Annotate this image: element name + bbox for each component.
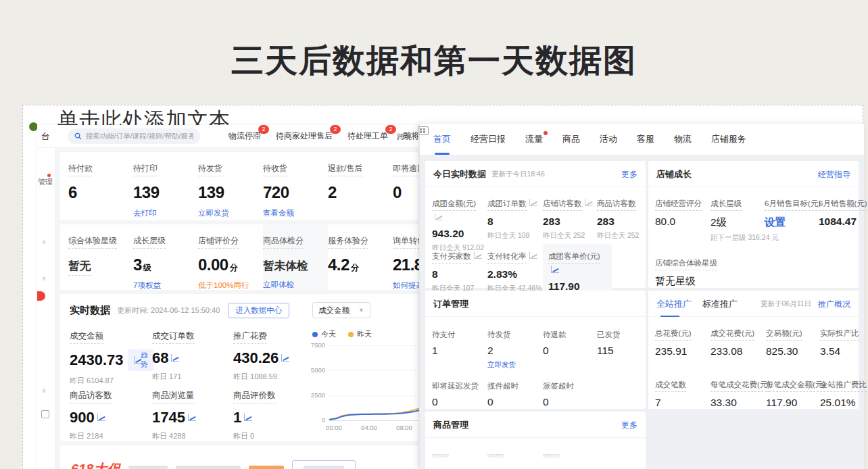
trend-badge[interactable]: 趋势 xyxy=(128,349,154,371)
tab-traffic[interactable]: 流量 xyxy=(525,133,543,145)
nav-item-tickets[interactable]: 待处理工单2 xyxy=(347,130,388,142)
promo-text-ghost xyxy=(176,466,241,469)
left-dashboard: 台 搜索功能/订单/课程/规则/帮助/服务 物流停滞2 待商家处理售后2 待处理… xyxy=(37,125,424,469)
metric-group-orders: 成团订单数 8 昨日全天 108 xyxy=(487,197,541,241)
tab-activity[interactable]: 活动 xyxy=(600,133,617,145)
search-placeholder: 搜索功能/订单/课程/规则/帮助/服务 xyxy=(86,132,193,141)
ship-now-link[interactable]: 立即发货 xyxy=(487,360,516,368)
chevron-up-icon[interactable]: ∧ xyxy=(42,239,47,245)
tab-logistics[interactable]: 物流 xyxy=(674,133,692,145)
crossborder-label[interactable]: 跨境 xyxy=(397,132,412,142)
clipped-label: ░░░ xyxy=(487,454,516,458)
check-now-link[interactable]: 立即体检 xyxy=(263,280,294,289)
todo-refund: 退款/售后 2 xyxy=(328,162,393,218)
view-amount-link[interactable]: 查看金额 xyxy=(263,209,294,217)
tab-shop-services[interactable]: 店铺服务 xyxy=(711,133,746,145)
tab-standard-promo[interactable]: 标准推广 xyxy=(702,298,738,310)
page-title: 三天后数据和第一天数据图 xyxy=(0,39,868,82)
trend-icon[interactable] xyxy=(171,355,178,362)
y-tick: 5000 xyxy=(308,366,325,374)
promo-618-label: 618大促 xyxy=(71,460,120,469)
set-target-link[interactable]: 设置 xyxy=(765,216,786,228)
trend-icon[interactable] xyxy=(529,252,537,259)
metric-reviews: 商品评价数 1 昨日 0 xyxy=(233,389,313,441)
badge: 2 xyxy=(258,125,269,134)
ship-now-link[interactable]: 立即发货 xyxy=(198,209,229,217)
promotion-card: 全站推广 标准推广 更新于06月11日 推广概况 总花费(元) 235.91 成… xyxy=(648,291,859,409)
legend-dot-today xyxy=(312,332,318,337)
card-title: 商品管理 xyxy=(433,419,468,431)
sidebar-admin-label[interactable]: 管理 xyxy=(38,177,53,187)
go-print-link[interactable]: 去打印 xyxy=(133,209,157,217)
business-guide-link[interactable]: 经营指导 xyxy=(818,169,850,180)
promo-banner[interactable]: 618大促 xyxy=(60,445,418,469)
metric-star-level: 店铺综合体验星级 暂无星级 xyxy=(655,256,790,288)
today-realtime-card: 今日实时数据 更新于今日18:46 更多 成团金额(元) 943.20 昨日全天… xyxy=(425,161,646,288)
card-updated: 更新于今日18:46 xyxy=(491,170,545,179)
todo-to-ship: 待发货 139 立即发货 xyxy=(198,162,263,218)
promo-link-ghost[interactable] xyxy=(249,466,284,469)
trend-icon[interactable] xyxy=(551,266,558,273)
promo-fee-ratio: 全站推广费比 25.01% xyxy=(820,378,868,409)
left-main: 待付款 6 待打印 139 去打印 待发货 139 立即发货 xyxy=(55,148,424,469)
orders-delivery-timeout: 派签超时 0 xyxy=(543,379,597,408)
notification-dot xyxy=(47,174,51,177)
data-center-button[interactable]: 进入数据中心 xyxy=(228,303,289,318)
trend-icon[interactable] xyxy=(281,355,289,362)
y-tick: 2500 xyxy=(308,391,325,399)
promo-gmv-per-deal: 每笔成交金额(元) 117.90 xyxy=(766,378,820,409)
more-link[interactable]: 更多 xyxy=(621,420,637,431)
trend-icon[interactable] xyxy=(585,199,592,206)
trend-icon[interactable] xyxy=(97,414,105,421)
shop-score: 店铺评价分 0.00分 低于100%同行 xyxy=(198,234,263,291)
trend-icon[interactable] xyxy=(529,199,537,206)
order-management-card: 订单管理 待支付 1 待发货 2 立即发货 待退款 0 xyxy=(425,291,646,409)
orders-refunding: 待退款 0 xyxy=(543,328,597,357)
chevron-up-icon[interactable]: ∧ xyxy=(42,275,47,282)
promo-deal-count: 成交笔数 7 xyxy=(655,378,709,409)
tab-goods[interactable]: 商品 xyxy=(562,133,580,145)
trend-icon[interactable] xyxy=(244,414,251,421)
metric-sales-target: 6月销售目标(元) 设置 xyxy=(765,197,819,230)
more-link[interactable]: 更多 xyxy=(621,169,637,180)
promo-signup-button[interactable] xyxy=(292,460,356,469)
orders-to-ship: 待发货 2 立即发货 xyxy=(487,328,541,370)
metric-ad-spend: 推广花费 430.26 昨日 1088.59 xyxy=(233,329,313,382)
todo-to-print: 待打印 139 去打印 xyxy=(133,162,198,218)
clipped-label: ░░░ xyxy=(432,454,460,458)
card-title: 订单管理 xyxy=(433,298,468,310)
metric-gmv: 成交金额 2430.73 趋势 昨日 6104.87 xyxy=(70,329,149,386)
legend-dot-yesterday xyxy=(348,332,354,337)
sidebar-red-badge xyxy=(37,291,45,301)
nav-item-logistics[interactable]: 物流停滞2 xyxy=(228,130,261,142)
product-check-score: 商品体检分 暂未体检 立即体检 xyxy=(263,224,328,290)
nav-item-aftersales[interactable]: 待商家处理售后2 xyxy=(276,130,333,142)
tab-sitewide-promo[interactable]: 全站推广 xyxy=(656,298,692,310)
metric-shop-rating: 店铺经营评分 80.0 xyxy=(655,197,709,228)
chart-metric-select[interactable]: 成交金额▼ xyxy=(312,302,370,318)
realtime-updated: 更新时间: 2024-06-12 15:50:40 xyxy=(117,305,220,316)
tab-home[interactable]: 首页 xyxy=(433,133,451,145)
below-peers-link[interactable]: 低于100%同行 xyxy=(198,281,249,289)
metric-pay-conversion: 支付转化率 2.83% 昨日全天 42.46% xyxy=(487,249,541,293)
trend-icon[interactable] xyxy=(474,252,481,259)
right-nav: 首页 经营日报 流量 商品 活动 客服 物流 店铺服务 xyxy=(420,124,864,155)
trend-icon[interactable] xyxy=(435,214,442,220)
sidebar-mini-icon[interactable] xyxy=(41,410,49,418)
promo-overview-link[interactable]: 推广概况 xyxy=(818,299,850,310)
search-input[interactable]: 搜索功能/订单/课程/规则/帮助/服务 xyxy=(68,128,200,144)
rights-link[interactable]: 7项权益 xyxy=(133,281,161,289)
search-icon xyxy=(74,132,82,140)
growth-level: 成长层级 3级 7项权益 xyxy=(133,234,198,291)
promo-updated: 更新于06月11日 xyxy=(761,299,811,309)
tab-daily-report[interactable]: 经营日报 xyxy=(471,133,506,145)
chevron-up-icon[interactable]: ∧ xyxy=(42,387,47,394)
trend-icon[interactable] xyxy=(188,414,195,421)
left-body: 管理 ∧ ∧ ∧ 待付款 6 xyxy=(37,148,424,469)
topbar-fragment: 台 xyxy=(41,130,50,143)
card-title: 店铺成长 xyxy=(656,168,692,180)
tab-service[interactable]: 客服 xyxy=(637,133,654,145)
legend-yesterday[interactable]: 昨天 xyxy=(348,329,372,339)
legend-today[interactable]: 今天 xyxy=(312,329,336,339)
star-level: 综合体验星级 暂无 xyxy=(68,234,133,291)
